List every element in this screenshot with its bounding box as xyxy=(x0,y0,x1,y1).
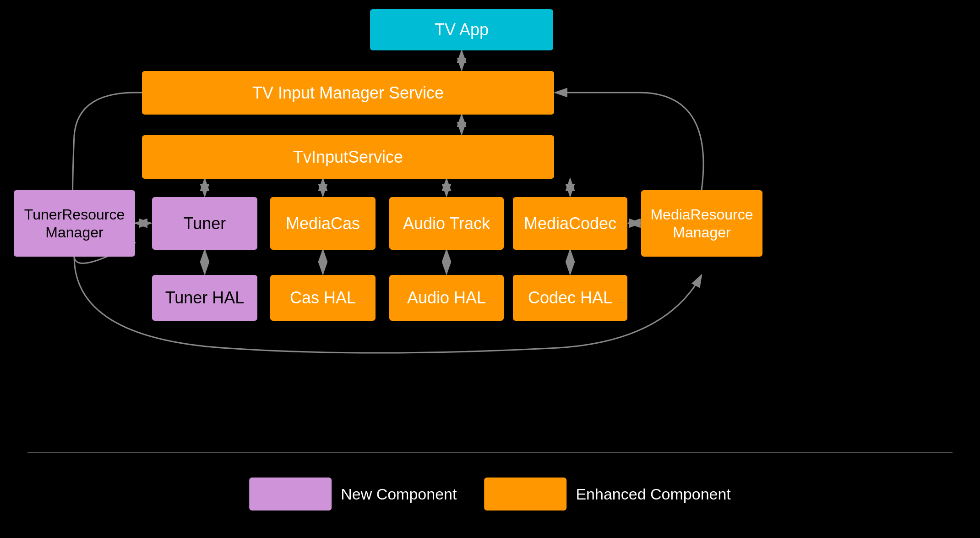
divider-line xyxy=(27,452,953,453)
tv-input-manager-box: TV Input Manager Service xyxy=(142,71,554,115)
legend-enhanced-component-box xyxy=(484,478,566,511)
media-cas-box: MediaCas xyxy=(270,197,376,250)
legend-area: New Component Enhanced Component xyxy=(249,478,731,511)
legend-new-component-label: New Component xyxy=(341,485,457,503)
media-resource-manager-box: MediaResourceManager xyxy=(641,190,762,257)
tuner-box: Tuner xyxy=(152,197,257,250)
tv-input-service-box: TvInputService xyxy=(142,135,554,179)
legend-enhanced-component: Enhanced Component xyxy=(484,478,730,511)
legend-enhanced-component-label: Enhanced Component xyxy=(576,485,730,503)
codec-hal-box: Codec HAL xyxy=(513,275,627,321)
audio-track-box: Audio Track xyxy=(389,197,504,250)
media-codec-box: MediaCodec xyxy=(513,197,627,250)
legend-new-component: New Component xyxy=(249,478,457,511)
diagram-container: TV App TV Input Manager Service TvInputS… xyxy=(0,0,980,538)
tuner-resource-manager-box: TunerResourceManager xyxy=(14,190,135,257)
tuner-hal-box: Tuner HAL xyxy=(152,275,257,321)
legend-new-component-box xyxy=(249,478,332,511)
cas-hal-box: Cas HAL xyxy=(270,275,376,321)
audio-hal-box: Audio HAL xyxy=(389,275,504,321)
tv-app-box: TV App xyxy=(370,9,553,50)
